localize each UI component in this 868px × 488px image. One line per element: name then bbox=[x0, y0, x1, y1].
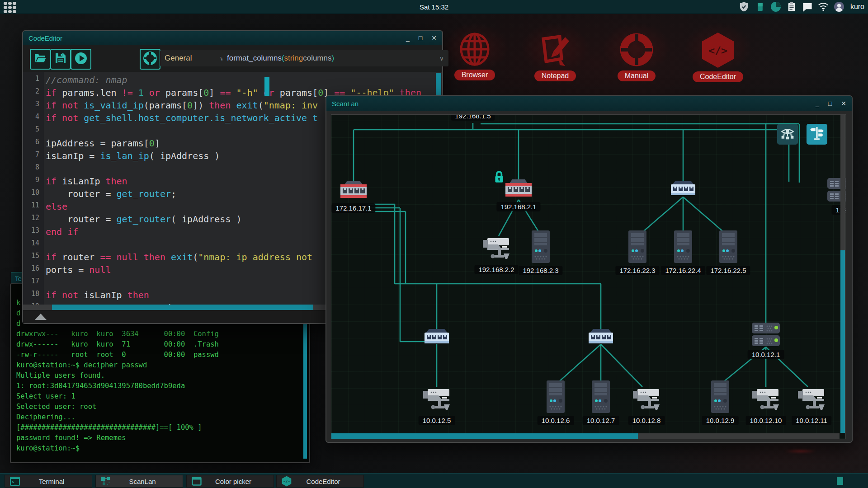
server-icon[interactable] bbox=[751, 322, 781, 349]
desktop-icon-notepad[interactable]: Notepad bbox=[521, 32, 589, 81]
help-button[interactable] bbox=[140, 49, 160, 70]
terminal-line: drwx------ kuro kuro 71 00:00 .Trash bbox=[16, 339, 305, 350]
expand-panel-arrow[interactable] bbox=[35, 314, 47, 320]
node-ip-label: 192.168.2.2 bbox=[474, 265, 518, 274]
codeeditor-titlebar[interactable]: CodeEditor _ □ ✕ bbox=[23, 31, 442, 45]
code-line: 1//command: nmap bbox=[23, 75, 442, 87]
open-file-button[interactable] bbox=[30, 49, 51, 70]
node-ip-label: 10.0.12.6 bbox=[538, 416, 574, 425]
tower-icon[interactable] bbox=[711, 380, 729, 415]
tower-icon[interactable] bbox=[674, 230, 692, 265]
scrollbar-thumb[interactable] bbox=[840, 250, 845, 433]
lock-icon bbox=[493, 170, 505, 186]
minimize-button[interactable]: _ bbox=[406, 34, 410, 42]
scanlan-window: ScanLan _ □ ✕ 192.168.1.5 172.16.17.1192… bbox=[326, 95, 853, 443]
tower-icon[interactable] bbox=[628, 230, 646, 265]
codeeditor-toolbar: General ∨ format_columns ( string column… bbox=[23, 45, 442, 72]
lifebuoy-help-icon bbox=[143, 52, 157, 67]
wifi-icon[interactable] bbox=[818, 1, 829, 12]
scanlan-title: ScanLan bbox=[332, 100, 359, 108]
maximize-button[interactable]: □ bbox=[419, 34, 422, 42]
terminal-line: Select user: 1 bbox=[16, 391, 305, 402]
taskbar-item-codeeditor[interactable]: </> CodeEditor bbox=[276, 475, 364, 488]
maximize-button[interactable]: □ bbox=[828, 100, 832, 107]
node-ip-label: 192.168.2.3 bbox=[519, 266, 562, 275]
network-icon bbox=[100, 476, 111, 487]
run-button[interactable] bbox=[71, 49, 91, 70]
tower-icon[interactable] bbox=[532, 230, 550, 265]
window-icon bbox=[191, 476, 202, 487]
node-ip-label: 172.16.22.4 bbox=[661, 266, 705, 275]
map-vertical-scrollbar[interactable] bbox=[840, 115, 845, 433]
tower-icon[interactable] bbox=[592, 380, 610, 415]
taskbar-item-scanlan[interactable]: ScanLan bbox=[95, 475, 183, 488]
username[interactable]: kuro bbox=[850, 3, 864, 11]
desktop-icon-codeeditor[interactable]: </> CodeEditor bbox=[684, 32, 752, 82]
camera-icon[interactable] bbox=[632, 386, 661, 415]
desktop-icon-manual[interactable]: Manual bbox=[603, 32, 670, 81]
terminal-line: [################################]==[ 10… bbox=[16, 422, 305, 433]
close-button[interactable]: ✕ bbox=[841, 100, 846, 107]
minimize-button[interactable]: _ bbox=[816, 100, 819, 107]
taskbar-item-terminal[interactable]: >_ Terminal bbox=[5, 475, 92, 488]
terminal-line: -rw-r----- root root 0 00:00 passwd bbox=[16, 350, 305, 360]
node-ip-label: 10.0.12.1 bbox=[748, 350, 784, 359]
taskbar-item-label: Color picker bbox=[202, 478, 274, 485]
desktop-icon-label: CodeEditor bbox=[693, 71, 743, 82]
network-map[interactable]: 192.168.1.5 172.16.17.1192.168.2.1172192… bbox=[331, 114, 846, 439]
avatar-icon[interactable] bbox=[834, 1, 844, 12]
battery-icon[interactable] bbox=[755, 1, 765, 12]
desktop-icon-label: Notepad bbox=[534, 70, 576, 81]
switch-icon[interactable] bbox=[670, 181, 696, 199]
node-ip-label: 10.0.12.8 bbox=[628, 416, 665, 425]
terminal-line: Selected user: root bbox=[16, 402, 305, 412]
node-ip-label: 10.0.12.5 bbox=[419, 416, 455, 425]
camera-icon[interactable] bbox=[482, 235, 511, 264]
system-tray: kuro bbox=[739, 0, 864, 14]
signature-arg-name: columns bbox=[303, 54, 331, 63]
save-button[interactable] bbox=[50, 49, 71, 70]
scanlan-titlebar[interactable]: ScanLan _ □ ✕ bbox=[326, 96, 852, 111]
tower-icon[interactable] bbox=[719, 230, 737, 265]
clipboard-icon[interactable] bbox=[786, 1, 797, 12]
disk-usage-icon[interactable] bbox=[770, 1, 781, 12]
icon-glow bbox=[521, 23, 589, 73]
chat-icon[interactable] bbox=[802, 1, 813, 12]
monitor-view-button[interactable] bbox=[777, 124, 798, 145]
switch-icon[interactable] bbox=[588, 329, 614, 347]
node-ip-label: 10.0.12.9 bbox=[702, 416, 739, 425]
show-desktop-button[interactable] bbox=[837, 477, 843, 485]
signature-dropdown[interactable]: format_columns ( string columns ) ∨ bbox=[222, 50, 448, 66]
router-icon[interactable] bbox=[505, 179, 533, 201]
node-ip-label: 10.0.12.10 bbox=[746, 416, 786, 425]
editor-scroll-indicator[interactable] bbox=[264, 77, 269, 96]
scrollbar-thumb[interactable] bbox=[331, 433, 638, 439]
desktop-icon-label: Browser bbox=[454, 70, 495, 80]
icon-glow bbox=[441, 23, 509, 73]
desktop-icon-browser[interactable]: Browser bbox=[441, 32, 509, 80]
router-icon[interactable] bbox=[340, 181, 368, 202]
close-button[interactable]: ✕ bbox=[431, 34, 437, 42]
taskbar-item-color-picker[interactable]: Color picker bbox=[186, 475, 274, 488]
top-menu-bar: Sat 15:32 kuro bbox=[0, 0, 868, 14]
camera-icon[interactable] bbox=[751, 386, 780, 415]
shield-check-icon[interactable] bbox=[739, 1, 750, 12]
category-dropdown[interactable]: General ∨ bbox=[160, 50, 229, 66]
red-glow-artifact bbox=[784, 449, 817, 453]
terminal-line: kuro@station:~$ decipher passwd bbox=[16, 360, 305, 371]
map-horizontal-scrollbar[interactable] bbox=[331, 433, 840, 439]
terminal-line: password found! => Rememes bbox=[16, 433, 305, 443]
camera-icon[interactable] bbox=[422, 386, 451, 415]
node-ip-label: 192.168.1.5 bbox=[451, 114, 495, 121]
signature-close-paren: ) bbox=[332, 54, 335, 63]
signpost-route-button[interactable] bbox=[807, 124, 827, 145]
node-ip-label: 172.16.17.1 bbox=[331, 203, 375, 213]
switch-icon[interactable] bbox=[424, 329, 450, 347]
camera-icon[interactable] bbox=[797, 386, 826, 415]
node-ip-label: 10.0.12.11 bbox=[792, 416, 831, 425]
taskbar: >_ Terminal ScanLan Color picker</> Code… bbox=[0, 473, 868, 488]
clock: Sat 15:32 bbox=[0, 3, 868, 11]
node-ip-label: 172.16.22.5 bbox=[706, 266, 750, 275]
icon-glow bbox=[603, 23, 670, 73]
tower-icon[interactable] bbox=[547, 380, 565, 415]
